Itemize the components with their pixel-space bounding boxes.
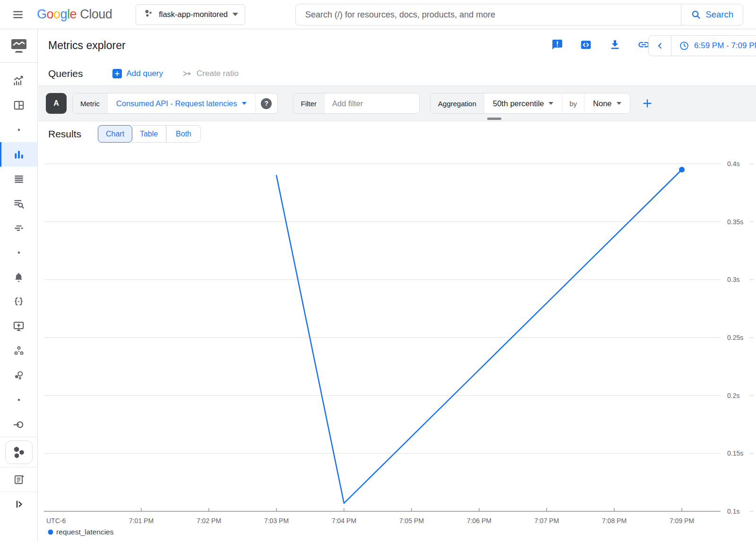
time-range-value: 6:59 PM - 7:09 PM [694,41,756,51]
create-ratio-label: Create ratio [197,69,239,78]
metrics-overview-nav-item[interactable] [0,68,37,93]
overflow-dot-nav-item[interactable] [0,240,37,265]
results-heading: Results [48,128,81,140]
dashboards-icon [13,99,25,111]
groups-icon [13,345,25,357]
legend-label[interactable]: request_latencies [56,528,114,536]
group-by-value: None [593,99,611,108]
add-query-button[interactable]: Add query [112,69,163,78]
metric-value: Consumed API - Request latencies [116,99,237,108]
monitoring-logo[interactable] [0,29,37,63]
y-axis-tick-label: 0.25s [727,334,743,341]
metric-dropdown[interactable]: Consumed API - Request latencies [108,93,255,113]
legend-swatch [48,530,53,535]
code-button[interactable] [577,37,594,54]
search-button-label: Search [705,9,733,20]
results-toolbar: Results Chart Table Both [38,121,756,146]
monitoring-logo-icon [9,38,28,54]
integrations-icon [12,418,25,431]
aggregation-value: 50th percentile [493,99,544,108]
uptime-check-icon [12,320,25,333]
aggregation-label: Aggregation [430,93,484,113]
clusters-icon [13,369,25,381]
metric-label: Metric [73,93,108,113]
filter-input[interactable] [325,93,419,113]
by-label: by [562,93,584,113]
metric-pill: Metric Consumed API - Request latencies … [72,93,278,114]
metric-help-button[interactable]: ? [256,93,277,113]
integrations-nav-item[interactable] [0,412,37,437]
x-axis-tick-label: 7:01 PM [129,517,154,525]
search-button[interactable]: Search [681,4,743,25]
collapse-nav-nav-item[interactable] [0,491,37,516]
log-search-nav-item[interactable] [0,191,37,216]
release-notes-icon [13,474,25,486]
x-axis-tick-label: 7:09 PM [670,517,694,525]
y-axis-tick-label: 0.1s [727,508,739,515]
services-nav-item[interactable] [0,289,37,314]
series-end-point[interactable] [679,167,685,172]
y-axis-tick-label: 0.15s [727,449,743,457]
alert-list-nav-item[interactable] [0,167,37,191]
add-aggregation-button[interactable] [637,93,658,114]
trace-lines-nav-item[interactable] [0,216,37,240]
uptime-check-nav-item[interactable] [0,314,37,339]
search-input[interactable] [296,10,681,20]
project-hexagons-nav-item[interactable] [0,437,37,467]
top-app-bar: Google Cloud flask-app-monitored Search [0,0,756,29]
feedback-button[interactable] [549,37,566,54]
query-badge[interactable]: A [46,93,67,114]
time-range-picker: 6:59 PM - 7:09 PM [648,35,756,56]
hamburger-menu-icon[interactable] [8,4,28,25]
tab-both[interactable]: Both [166,125,201,143]
google-cloud-logo[interactable]: Google Cloud [37,7,112,22]
project-icon [143,8,154,21]
dashboards-nav-item[interactable] [0,93,37,118]
groups-nav-item[interactable] [0,339,37,363]
tab-table[interactable]: Table [132,125,166,143]
aggregation-dropdown[interactable]: 50th percentile [484,93,562,113]
overflow-dot-nav-item[interactable] [0,118,37,142]
create-ratio-button[interactable]: Create ratio [182,68,239,79]
x-axis-tick-label: 7:03 PM [264,517,289,525]
monitoring-sidebar [0,29,38,542]
y-axis-tick-label: 0.3s [727,276,739,283]
bell-nav-item[interactable] [0,265,37,289]
group-by-dropdown[interactable]: None [584,93,629,113]
bell-icon [13,271,25,283]
code-icon [580,39,592,53]
project-selector[interactable]: flask-app-monitored [136,4,245,25]
x-axis-tick-label: 7:04 PM [332,517,356,525]
header-actions [549,29,652,62]
page-header: Metrics explorer 6:59 PM - 7:09 PM [38,29,756,62]
x-axis-tick-label: 7:08 PM [602,517,627,525]
release-notes-nav-item[interactable] [0,467,37,491]
filter-label: Filter [293,93,325,113]
resize-drag-handle[interactable] [487,118,501,120]
filter-pill: Filter [293,93,420,114]
google-wordmark: Google [37,7,77,22]
tab-chart[interactable]: Chart [98,125,132,143]
project-name: flask-app-monitored [159,10,228,19]
chevron-down-icon [617,102,621,105]
latency-line-chart[interactable]: 0.4s0.35s0.3s0.25s0.2s0.15s0.1s7:01 PM7:… [38,146,756,542]
metrics-explorer-icon [13,148,25,161]
metrics-overview-icon [12,75,25,87]
download-button[interactable] [606,37,623,54]
clock-icon [679,41,689,51]
x-axis-tick-label: 7:05 PM [399,517,424,525]
chevron-left-icon[interactable] [649,36,671,56]
add-query-label: Add query [127,69,163,78]
log-search-icon [12,197,25,210]
y-axis-tick-label: 0.2s [727,392,739,399]
time-range-button[interactable]: 6:59 PM - 7:09 PM [671,41,756,51]
overflow-dot-icon [17,250,21,255]
clusters-nav-item[interactable] [0,363,37,388]
queries-heading: Queries [48,68,83,79]
search-icon [691,9,701,20]
overflow-dot-nav-item[interactable] [0,388,37,412]
metrics-explorer-nav-item[interactable] [0,142,37,167]
y-axis-tick-label: 0.4s [727,160,739,168]
x-axis-tick-label: 7:02 PM [197,517,221,525]
main-content: Metrics explorer 6:59 PM - 7:09 PM Queri… [38,29,756,542]
